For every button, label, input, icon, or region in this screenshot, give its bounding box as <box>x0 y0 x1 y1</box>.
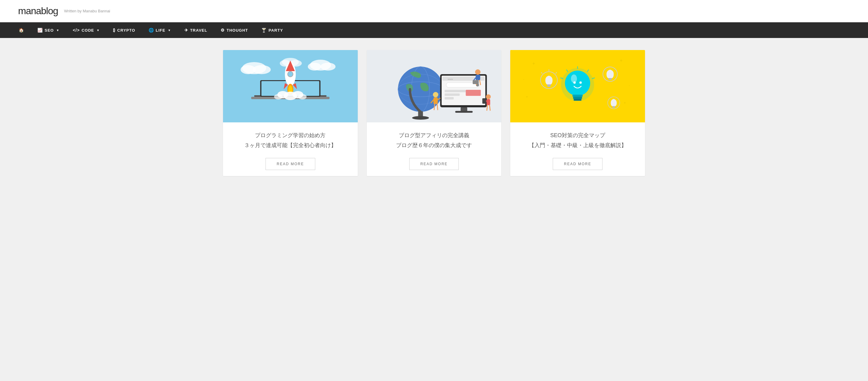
card-2-body: ブログ型アフィリの完全講義 ブログ歴６年の僕の集大成です READ MORE <box>367 122 501 176</box>
card-3-read-more[interactable]: READ MORE <box>553 158 602 170</box>
svg-rect-87 <box>609 78 612 79</box>
nav-code-label: CODE <box>82 28 94 33</box>
svg-text:+: + <box>532 61 535 66</box>
svg-line-71 <box>541 72 542 73</box>
svg-rect-76 <box>572 95 583 97</box>
svg-rect-56 <box>487 99 490 105</box>
main-nav: 🏠 📈 SEO ▼ </> CODE ▼ ₿ CRYPTO 🌐 LIFE ▼ ✈… <box>0 22 868 38</box>
code-arrow-icon: ▼ <box>96 29 100 32</box>
svg-point-55 <box>486 94 491 99</box>
svg-point-23 <box>274 94 282 99</box>
nav-home[interactable]: 🏠 <box>12 22 31 38</box>
svg-point-43 <box>475 69 480 75</box>
svg-text:•: • <box>524 78 524 81</box>
svg-rect-39 <box>466 90 481 96</box>
nav-crypto-label: CRYPTO <box>117 28 135 33</box>
crypto-icon: ₿ <box>113 28 116 33</box>
site-title: manablog <box>18 5 58 17</box>
card-1-title-sub: ３ヶ月で達成可能【完全初心者向け】 <box>229 141 352 150</box>
card-1-title-main: プログラミング学習の始め方 <box>229 131 352 139</box>
nav-seo[interactable]: 📈 SEO ▼ <box>31 22 66 38</box>
svg-line-72 <box>556 72 557 73</box>
svg-point-24 <box>298 94 307 99</box>
life-icon: 🌐 <box>149 28 154 33</box>
card-1-read-more[interactable]: READ MORE <box>266 158 315 170</box>
home-icon: 🏠 <box>19 28 24 33</box>
nav-crypto[interactable]: ₿ CRYPTO <box>106 22 142 38</box>
cards-grid: プログラミング学習の始め方 ３ヶ月で達成可能【完全初心者向け】 READ MOR… <box>223 50 645 176</box>
lightbulb-illustration: + + • • • • <box>510 50 645 122</box>
thought-icon: ⚙ <box>221 28 225 33</box>
globe-illustration: www <box>367 50 501 122</box>
svg-rect-37 <box>444 90 466 92</box>
svg-rect-41 <box>461 107 467 112</box>
svg-rect-88 <box>609 79 612 80</box>
svg-point-25 <box>398 67 443 112</box>
party-icon: 🍸 <box>261 28 267 33</box>
svg-text:+: + <box>620 58 623 63</box>
svg-line-57 <box>487 105 487 110</box>
svg-point-80 <box>580 82 582 84</box>
card-3-title-main: SEO対策の完全マップ <box>516 131 639 139</box>
svg-point-74 <box>565 70 590 96</box>
svg-point-79 <box>574 82 576 84</box>
svg-rect-50 <box>433 97 438 104</box>
card-image-3: + + • • • • <box>510 50 645 122</box>
nav-life-label: LIFE <box>156 28 165 33</box>
nav-thought[interactable]: ⚙ THOUGHT <box>214 22 255 38</box>
nav-life[interactable]: 🌐 LIFE ▼ <box>142 22 178 38</box>
svg-rect-44 <box>475 75 480 80</box>
seo-icon: 📈 <box>37 28 43 33</box>
svg-rect-48 <box>472 80 478 84</box>
card-image-2: www <box>367 50 501 122</box>
card-1-body: プログラミング学習の始め方 ３ヶ月で達成可能【完全初心者向け】 READ MOR… <box>223 122 358 176</box>
svg-rect-78 <box>574 99 582 101</box>
svg-line-82 <box>567 70 568 72</box>
nav-travel[interactable]: ✈ TRAVEL <box>178 22 214 38</box>
card-3-body: SEO対策の完全マップ 【入門・基礎・中級・上級を徹底解説】 READ MORE <box>510 122 645 176</box>
site-tagline: Written by Manabu Bannai <box>64 9 110 13</box>
svg-rect-90 <box>613 106 615 107</box>
nav-travel-label: TRAVEL <box>190 28 207 33</box>
svg-rect-69 <box>548 86 551 87</box>
svg-line-58 <box>490 105 490 110</box>
life-arrow-icon: ▼ <box>168 29 171 32</box>
svg-text:•: • <box>527 95 528 99</box>
nav-party[interactable]: 🍸 PARTY <box>255 22 290 38</box>
svg-rect-91 <box>613 107 615 108</box>
svg-rect-38 <box>444 93 460 96</box>
svg-point-5 <box>320 63 336 70</box>
seo-arrow-icon: ▼ <box>56 29 59 32</box>
svg-point-4 <box>308 63 321 70</box>
card-programming: プログラミング学習の始め方 ３ヶ月で達成可能【完全初心者向け】 READ MOR… <box>223 50 358 176</box>
svg-line-83 <box>587 70 589 72</box>
card-seo: + + • • • • <box>510 50 645 176</box>
svg-point-2 <box>253 65 271 74</box>
svg-rect-77 <box>573 97 582 99</box>
site-header: manablog Written by Manabu Bannai <box>0 0 868 22</box>
travel-icon: ✈ <box>184 28 188 33</box>
svg-text:•: • <box>629 84 630 87</box>
main-content: プログラミング学習の始め方 ３ヶ月で達成可能【完全初心者向け】 READ MOR… <box>0 38 868 188</box>
svg-point-15 <box>287 71 293 77</box>
card-2-title-main: ブログ型アフィリの完全講義 <box>373 131 495 139</box>
card-2-read-more[interactable]: READ MORE <box>409 158 459 170</box>
rocket-illustration <box>223 50 358 122</box>
svg-point-49 <box>433 92 438 97</box>
nav-seo-label: SEO <box>44 28 54 33</box>
svg-rect-68 <box>547 85 551 86</box>
nav-code[interactable]: </> CODE ▼ <box>66 22 106 38</box>
svg-line-51 <box>434 104 435 110</box>
svg-text:•: • <box>624 101 626 105</box>
svg-point-30 <box>412 116 429 120</box>
code-icon: </> <box>73 28 80 33</box>
card-image-1 <box>223 50 358 122</box>
card-2-title-sub: ブログ歴６年の僕の集大成です <box>373 141 495 150</box>
svg-rect-42 <box>455 111 472 113</box>
card-3-title-sub: 【入門・基礎・中級・上級を徹底解説】 <box>516 141 639 150</box>
svg-line-52 <box>437 104 438 110</box>
nav-party-label: PARTY <box>269 28 283 33</box>
nav-thought-label: THOUGHT <box>227 28 248 33</box>
card-blog: www <box>367 50 501 176</box>
svg-text:www: www <box>447 78 453 81</box>
